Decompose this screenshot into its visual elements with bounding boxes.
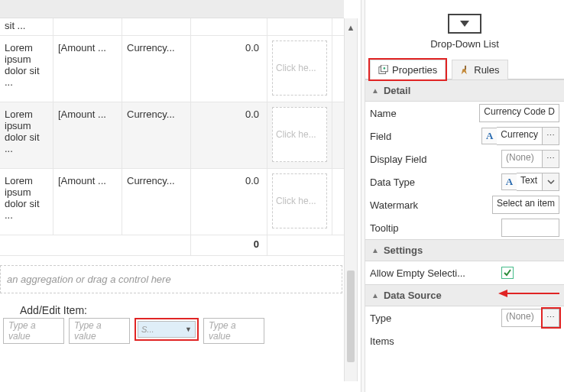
prop-data-type: Data Type A Text (365, 170, 564, 193)
cell-text: Lorem ipsum dolor sit ... (0, 169, 53, 235)
section-data-source[interactable]: ▲ Data Source (365, 284, 564, 306)
prop-name: Name Currency Code D (365, 102, 564, 125)
svg-rect-3 (465, 65, 466, 69)
label: Items (370, 335, 501, 347)
tab-rules[interactable]: Rules (452, 60, 507, 79)
chevron-up-icon: ▲ (371, 86, 379, 95)
label: Allow Empty Selecti... (370, 267, 501, 279)
display-field-browse-button[interactable]: ⋯ (543, 150, 559, 168)
rules-icon (460, 65, 471, 76)
add-edit-field-1[interactable]: Type a value (3, 318, 64, 344)
add-edit-row: Type a value Type a value S... ▼ Type a … (3, 318, 344, 344)
click-placeholder[interactable]: Click he... (272, 107, 327, 162)
tab-properties[interactable]: Properties (370, 60, 446, 79)
cell-click: Click he... (267, 36, 332, 102)
chevron-up-icon: ▲ (371, 246, 379, 254)
label: Display Field (370, 154, 501, 165)
prop-allow-empty: Allow Empty Selecti... (365, 261, 564, 284)
data-type-select[interactable]: Text (517, 173, 543, 191)
table-row: Lorem ipsum dolor sit ... [Amount ... Cu… (0, 169, 344, 235)
text-type-icon: A (481, 128, 497, 144)
click-placeholder[interactable]: Click he... (272, 40, 327, 96)
display-field-input[interactable]: (None) (501, 150, 543, 168)
section-detail[interactable]: ▲ Detail (365, 79, 564, 102)
top-header-bar (0, 0, 344, 18)
cell-text: sit ... (0, 18, 53, 35)
name-input[interactable]: Currency Code D (479, 104, 559, 122)
table-total-row: 0 (0, 235, 344, 256)
cell-click: Click he... (267, 169, 332, 235)
cell-text: Lorem ipsum dolor sit ... (0, 102, 53, 168)
tab-label: Properties (392, 64, 437, 76)
cell-amount: [Amount ... (53, 169, 122, 235)
add-edit-dropdown-label: S... (141, 325, 154, 334)
scroll-up-icon[interactable]: ▲ (345, 18, 357, 37)
section-label: Data Source (384, 290, 442, 301)
allow-empty-checkbox[interactable] (501, 267, 514, 279)
watermark-input[interactable]: Select an item (492, 196, 559, 214)
total-value: 0 (191, 235, 267, 255)
object-icon-wrap (365, 0, 564, 38)
section-label: Detail (384, 85, 410, 96)
tooltip-input[interactable] (501, 219, 559, 237)
highlight-box: S... ▼ (135, 318, 199, 341)
label: Name (370, 108, 479, 119)
label: Tooltip (370, 222, 501, 234)
add-edit-field-2[interactable]: Type a value (69, 318, 130, 344)
cell-value: 0.0 (191, 36, 267, 102)
prop-display-field: Display Field (None) ⋯ (365, 147, 564, 170)
object-title: Drop-Down List (365, 38, 564, 50)
section-settings[interactable]: ▲ Settings (365, 239, 564, 261)
section-label: Settings (384, 245, 423, 256)
properties-icon (378, 65, 389, 76)
cell-value (191, 18, 267, 35)
chevron-down-icon: ▼ (185, 326, 192, 333)
field-input[interactable]: Currency (497, 127, 543, 145)
table-row: Lorem ipsum dolor sit ... [Amount ... Cu… (0, 36, 344, 102)
chevron-up-icon: ▲ (371, 291, 379, 300)
prop-tooltip: Tooltip (365, 216, 564, 239)
table-row: sit ... (0, 18, 344, 36)
drop-down-list-icon (448, 14, 481, 34)
add-edit-field-4[interactable]: Type a value (203, 318, 264, 344)
vertical-scrollbar[interactable]: ▲ (344, 18, 358, 381)
click-placeholder[interactable]: Click he... (272, 173, 327, 228)
svg-point-2 (384, 67, 386, 70)
cell-value: 0.0 (191, 102, 267, 168)
cell-click (267, 18, 332, 35)
data-type-chevron[interactable] (543, 173, 559, 191)
annotation-arrow-icon (498, 288, 559, 299)
label: Watermark (370, 199, 492, 211)
cell-click: Click he... (267, 102, 332, 168)
prop-field: Field A Currency ⋯ (365, 125, 564, 147)
prop-watermark: Watermark Select an item (365, 193, 564, 216)
cell-amount: [Amount ... (53, 36, 122, 102)
cell-currency: Currency... (122, 169, 191, 235)
prop-items: Items (365, 329, 564, 352)
field-browse-button[interactable]: ⋯ (543, 127, 559, 145)
label: Field (370, 131, 481, 142)
cell-currency: Currency... (122, 36, 191, 102)
cell-amount (53, 18, 122, 35)
properties-panel: Drop-Down List Properties Rules ▲ Detail… (365, 0, 564, 392)
cell-text: Lorem ipsum dolor sit ... (0, 36, 53, 102)
cell-currency (122, 18, 191, 35)
label: Type (370, 313, 501, 324)
tab-label: Rules (474, 64, 499, 76)
text-type-icon: A (501, 173, 517, 190)
aggregation-dropzone[interactable]: an aggregation or drag a control here (0, 265, 342, 293)
data-grid: sit ... Lorem ipsum dolor sit ... [Amoun… (0, 18, 344, 256)
scroll-thumb[interactable] (347, 271, 355, 362)
svg-marker-5 (498, 290, 507, 297)
property-tabs: Properties Rules (365, 56, 564, 79)
cell-currency: Currency... (122, 102, 191, 168)
add-edit-dropdown[interactable]: S... ▼ (138, 321, 196, 338)
design-canvas: sit ... Lorem ipsum dolor sit ... [Amoun… (0, 0, 344, 392)
prop-type: Type (None) ⋯ (365, 306, 564, 329)
cell-value: 0.0 (191, 169, 267, 235)
table-row: Lorem ipsum dolor sit ... [Amount ... Cu… (0, 102, 344, 169)
type-browse-button[interactable]: ⋯ (543, 309, 559, 327)
label: Data Type (370, 177, 501, 188)
type-input[interactable]: (None) (501, 309, 543, 327)
add-edit-label: Add/Edit Item: (20, 304, 344, 316)
